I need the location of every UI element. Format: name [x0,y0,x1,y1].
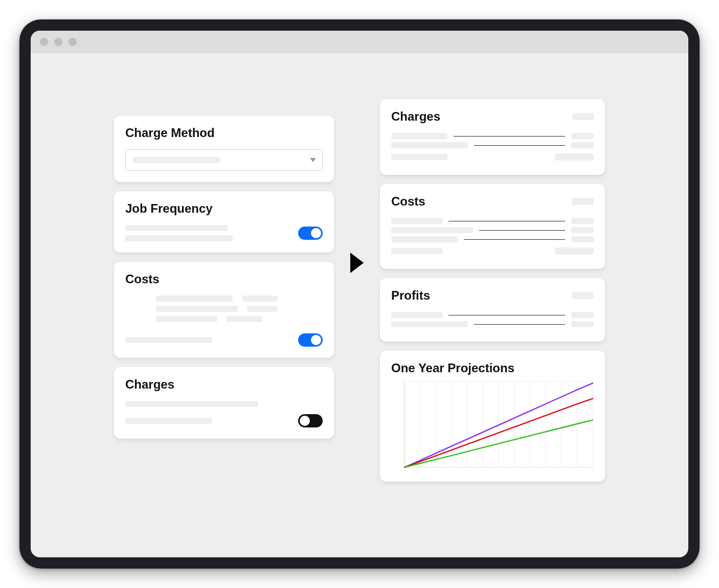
placeholder-label [391,133,447,139]
inputs-column: Charge Method Job Frequency [114,99,334,439]
chevron-down-icon [310,158,316,162]
placeholder-pill [572,292,594,299]
placeholder-line [125,235,233,241]
placeholder-label [391,142,468,148]
charge-method-card: Charge Method [114,116,334,182]
charges-input-title: Charges [125,377,323,392]
placeholder-label [391,227,473,233]
placeholder-label [391,248,442,254]
charge-method-value-placeholder [133,157,220,163]
charges-toggle[interactable] [298,414,323,427]
placeholder-label [391,218,442,224]
costs-toggle[interactable] [298,333,323,347]
charges-input-card: Charges [114,367,334,439]
divider-line [474,145,565,146]
placeholder-line [156,316,217,322]
projections-title: One Year Projections [391,361,514,375]
placeholder-value [571,321,594,327]
placeholder-line [156,306,238,312]
placeholder-label [391,312,442,318]
arrow-right-icon [350,253,364,273]
placeholder-label [391,321,468,327]
placeholder-line [242,296,278,302]
charge-method-select[interactable] [125,149,323,171]
costs-summary-title: Costs [391,194,425,209]
content-area: Charge Method Job Frequency [31,53,688,502]
placeholder-label [391,236,458,242]
charges-summary-card: Charges [380,99,605,175]
divider-line [454,136,565,137]
placeholder-value [571,142,594,148]
traffic-light-close-icon[interactable] [40,38,48,46]
placeholder-label [391,154,447,160]
job-frequency-card: Job Frequency [114,191,334,253]
placeholder-line [125,401,258,407]
divider-line [479,230,565,231]
placeholder-line [156,296,233,302]
costs-input-card: Costs [114,262,334,358]
charge-method-title: Charge Method [125,126,323,140]
placeholder-value [571,218,594,224]
divider-line [464,239,565,240]
job-frequency-title: Job Frequency [125,201,323,216]
placeholder-pill [572,198,594,205]
flow-arrow-container [334,253,380,273]
device-frame: Charge Method Job Frequency [19,19,700,569]
costs-input-title: Costs [125,272,323,286]
placeholder-value [571,312,594,318]
traffic-light-zoom-icon[interactable] [69,38,77,46]
placeholder-value [571,227,594,233]
placeholder-value [571,236,594,242]
placeholder-total [555,247,594,255]
placeholder-line [125,337,212,343]
charges-summary-title: Charges [391,109,440,124]
placeholder-line [227,316,262,322]
placeholder-value [571,133,594,139]
traffic-light-minimize-icon[interactable] [54,38,62,46]
job-frequency-toggle[interactable] [298,227,323,240]
placeholder-line [247,306,278,312]
profits-summary-card: Profits [380,278,605,342]
profits-summary-title: Profits [391,288,430,303]
placeholder-line [125,225,228,231]
projections-chart [391,378,594,470]
placeholder-line [125,418,212,424]
window-title-bar [31,31,688,53]
projections-card: One Year Projections [380,351,605,482]
app-screen: Charge Method Job Frequency [31,31,688,557]
costs-summary-card: Costs [380,184,605,269]
outputs-column: Charges [380,99,605,482]
placeholder-total [555,153,594,161]
placeholder-pill [572,113,594,120]
divider-line [448,221,565,221]
divider-line [474,324,565,325]
divider-line [448,315,565,315]
